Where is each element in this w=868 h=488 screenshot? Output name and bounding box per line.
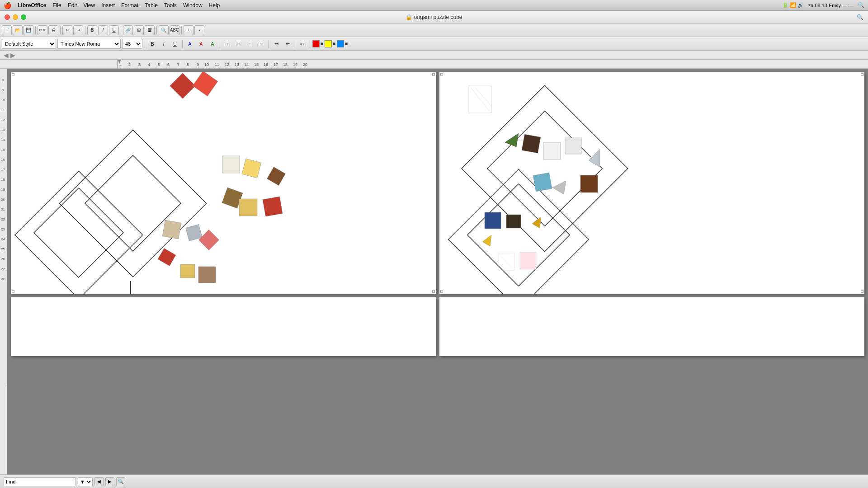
svg-rect-58 <box>186 225 203 241</box>
spellcheck-btn[interactable]: ABC <box>170 25 179 35</box>
vrule-svg: 8 9 10 11 12 13 14 15 16 17 18 19 20 21 … <box>0 69 7 385</box>
italic-btn[interactable]: I <box>159 39 169 49</box>
font-bg-btn[interactable]: A <box>208 39 217 49</box>
svg-text:20: 20 <box>1 197 5 202</box>
menu-help[interactable]: Help <box>209 2 220 9</box>
find-prev-btn[interactable]: ◀ <box>94 477 104 486</box>
nav-back[interactable]: ◀ <box>4 52 9 59</box>
menu-window[interactable]: Window <box>183 2 203 9</box>
svg-text:12: 12 <box>1 118 5 122</box>
svg-text:17: 17 <box>1 168 5 172</box>
find-btn2[interactable]: 🔍 <box>159 25 169 35</box>
svg-text:24: 24 <box>1 237 5 241</box>
print-btn[interactable]: 🖨 <box>48 25 58 35</box>
maximize-button[interactable] <box>21 14 26 20</box>
find-search-btn[interactable]: 🔍 <box>116 477 125 486</box>
apple-menu[interactable]: 🍎 <box>4 2 11 9</box>
pdf-btn[interactable]: PDF <box>38 25 47 35</box>
indent-btn[interactable]: ⇥ <box>271 39 281 49</box>
close-button[interactable] <box>5 14 10 20</box>
svg-text:21: 21 <box>1 207 5 211</box>
svg-text:14: 14 <box>244 62 249 67</box>
save-btn[interactable]: 💾 <box>24 25 33 35</box>
find-next-btn[interactable]: ▶ <box>105 477 114 486</box>
pages-row-2 <box>11 297 864 356</box>
svg-text:22: 22 <box>1 217 5 221</box>
underline-btn2[interactable]: U <box>109 25 119 35</box>
char-bg-swatch[interactable] <box>337 40 344 47</box>
page1-svg <box>11 72 436 294</box>
redo-btn[interactable]: ↪ <box>73 25 83 35</box>
ruler-svg: 1 2 3 4 5 6 7 8 9 10 11 12 13 14 15 16 1… <box>0 60 868 68</box>
new-btn[interactable]: 📄 <box>2 25 12 35</box>
svg-rect-67 <box>467 184 570 286</box>
menu-libreoffice[interactable]: LibreOffice <box>18 2 46 9</box>
svg-marker-82 <box>482 235 491 246</box>
svg-rect-50 <box>193 72 218 96</box>
bold-btn[interactable]: B <box>147 39 157 49</box>
highlight-btn[interactable]: A <box>196 39 206 49</box>
find-options-dropdown[interactable]: ▼ <box>78 477 93 486</box>
bullets-btn[interactable]: •≡ <box>297 39 307 49</box>
menu-format[interactable]: Format <box>121 2 138 9</box>
zoom-out-btn[interactable]: - <box>194 25 204 35</box>
open-btn[interactable]: 📂 <box>13 25 23 35</box>
svg-text:8: 8 <box>187 62 189 67</box>
svg-text:28: 28 <box>1 277 5 281</box>
sep-fmt6 <box>310 40 310 48</box>
page-3 <box>11 297 436 356</box>
svg-rect-52 <box>242 159 261 178</box>
zoom-in-btn[interactable]: + <box>184 25 193 35</box>
sep6 <box>181 26 182 34</box>
menu-tools[interactable]: Tools <box>164 2 177 9</box>
highlight-swatch[interactable] <box>325 40 332 47</box>
svg-text:16: 16 <box>1 158 5 162</box>
color-swatch-red[interactable] <box>312 40 320 47</box>
menu-edit[interactable]: Edit <box>68 2 77 9</box>
font-color-btn[interactable]: A <box>185 39 195 49</box>
underline-btn[interactable]: U <box>170 39 180 49</box>
menu-insert[interactable]: Insert <box>101 2 115 9</box>
page-4 <box>439 297 864 356</box>
style-dropdown[interactable]: Default Style <box>2 39 56 49</box>
svg-text:13: 13 <box>235 62 239 67</box>
hyperlink-btn[interactable]: 🔗 <box>123 25 133 35</box>
nav-forward[interactable]: ▶ <box>10 52 15 59</box>
menu-table[interactable]: Table <box>145 2 158 9</box>
search-icon[interactable]: 🔍 <box>858 2 864 8</box>
align-center-btn[interactable]: ≡ <box>234 39 244 49</box>
font-dropdown[interactable]: Times New Roma <box>57 39 121 49</box>
menu-file[interactable]: File <box>52 2 61 9</box>
document-area[interactable] <box>7 69 868 474</box>
highlight-dropdown-btn[interactable] <box>333 42 335 45</box>
char-bg-dropdown-btn[interactable] <box>345 42 348 45</box>
find-input[interactable] <box>4 477 76 486</box>
menu-view[interactable]: View <box>83 2 95 9</box>
outdent-btn[interactable]: ⇤ <box>283 39 292 49</box>
nav-bar: ◀ ▶ <box>0 51 868 60</box>
minimize-button[interactable] <box>13 14 18 20</box>
bold-btn2[interactable]: B <box>87 25 97 35</box>
svg-rect-76 <box>533 173 552 192</box>
svg-rect-60 <box>158 248 176 266</box>
main-toolbar: 📄 📂 💾 PDF 🖨 ↩ ↪ B I U 🔗 ⊞ 🖼 🔍 ABC + - <box>0 23 868 37</box>
sep-fmt2 <box>182 40 183 48</box>
sep-fmt5 <box>295 40 295 48</box>
italic-btn2[interactable]: I <box>98 25 108 35</box>
align-left-btn[interactable]: ≡ <box>222 39 232 49</box>
search-icon-window[interactable]: 🔍 <box>857 14 863 20</box>
table-btn[interactable]: ⊞ <box>134 25 144 35</box>
datetime: za 08:13 Emily — — <box>808 3 854 8</box>
size-dropdown[interactable]: 48 <box>122 39 142 49</box>
svg-text:12: 12 <box>225 62 229 67</box>
undo-btn[interactable]: ↩ <box>62 25 72 35</box>
svg-rect-55 <box>239 199 257 216</box>
svg-rect-79 <box>485 212 501 229</box>
svg-rect-78 <box>580 175 598 192</box>
color-dropdown-btn[interactable] <box>321 42 323 45</box>
sep-fmt4 <box>269 40 269 48</box>
align-justify-btn[interactable]: ≡ <box>256 39 266 49</box>
vertical-ruler: 8 9 10 11 12 13 14 15 16 17 18 19 20 21 … <box>0 69 7 474</box>
align-right-btn[interactable]: ≡ <box>245 39 255 49</box>
image-btn[interactable]: 🖼 <box>145 25 155 35</box>
